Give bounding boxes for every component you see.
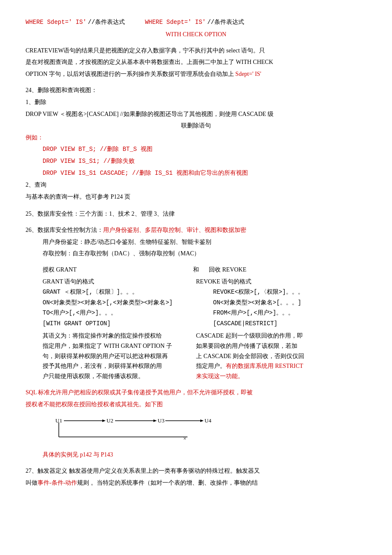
desc-row1: 其语义为：将指定操作对象的指定操作授权给 CASCADE 起到一个级联回收的作用… xyxy=(26,331,366,341)
node-u3: U3 xyxy=(158,417,164,424)
section-27: 27、触发器定义 触发器使用户定义在关系表里上的一类有事务驱动的特殊过程。触发器… xyxy=(26,466,366,488)
createview-line2: 是在对视图查询是，才按视图的定义从基本表中将数据查出。上面例二中加上了 WITH… xyxy=(26,57,366,67)
sec24-drop2: 联删除语句 xyxy=(26,121,366,131)
revoke-title: 回收 REVOKE xyxy=(209,265,366,275)
page-content: WHERE Sdept=' IS' //条件表达式 WHERE Sdept=' … xyxy=(26,17,366,488)
sec24-eg1: DROP VIEW BT_S; //删除 BT_S 视图 xyxy=(43,145,366,155)
where-line: WHERE Sdept=' IS' //条件表达式 WHERE Sdept=' … xyxy=(26,17,366,40)
revoke-desc5: 来实现这一功能。 xyxy=(196,371,366,382)
sec24-eg3: DROP VIEW IS_S1 CASCADE; //删除 IS_S1 视图和由… xyxy=(43,168,366,179)
grant-line3: TO<用户>[,<用户>]。。。 xyxy=(26,308,196,318)
comment2: //条件表达式 xyxy=(207,19,244,26)
sec27-text: 27、触发器定义 触发器使用户定义在关系表里上的一类有事务驱动的特殊过程。触发器… xyxy=(26,466,366,476)
sec26-title-line: 26、数据库安全性控制方法：用户身份鉴别、多层存取控制、审计、视图和数据加密 xyxy=(26,225,366,235)
concrete-ref: 具体的实例见 p142 与 P143 xyxy=(26,450,366,460)
format-labels-row: GRANT 语句的格式 REVOKE 语句的格式 xyxy=(26,277,366,287)
createview-line1: CREATEVIEW语句的结果只是把视图的定义存入数据字典，宁不执行其中的 se… xyxy=(26,46,366,56)
revoke-format-label: REVOKE 语句的格式 xyxy=(196,277,366,287)
revoke-line2: ON<对象类型><对象名>[。。。] xyxy=(196,298,366,308)
sec24-title: 24、删除视图和查询视图： xyxy=(26,85,366,95)
permission-diagram: U1 U2 U3 U4 × xyxy=(51,416,264,443)
with-check-option: WITH CHECK OPTION xyxy=(26,29,366,40)
createview-para: CREATEVIEW语句的结果只是把视图的定义存入数据字典，宁不执行其中的 se… xyxy=(26,46,366,79)
grant-desc2: 指定用户，如果指定了 WITH GRANT OPTION 子 xyxy=(26,341,196,351)
grant-revoke-line4: [WITH GRANT OPTION] [CASCADE|RESTRICT] xyxy=(26,318,366,329)
where-expr2: WHERE Sdept=' IS' xyxy=(145,19,206,26)
grant-desc1: 其语义为：将指定操作对象的指定操作授权给 xyxy=(26,331,196,341)
sec24-eg2: DROP VIEW IS_S1; //删除失败 xyxy=(43,156,366,167)
grant-revoke-line3: TO<用户>[,<用户>]。。。 FROM<用户>[,<用户>]。。。 xyxy=(26,308,366,318)
grant-desc4: 授予其他用户，若没有，则获得某种权限的用 xyxy=(26,361,196,371)
revoke-line1: REVOKE<权限>[,〈权限>]。。。 xyxy=(196,287,366,298)
grant-desc3: 句，则获得某种权限的用户还可以把这种权限再 xyxy=(26,351,196,361)
grant-revoke-section: 授权 GRANT 和 回收 REVOKE GRANT 语句的格式 REVOKE … xyxy=(26,265,366,382)
sql-p2: 授权者不能把权限在授回给授权者或其祖先。如下图 xyxy=(26,399,366,410)
where-expr1: WHERE Sdept=' IS' xyxy=(26,19,86,26)
sec26-p1: 用户身份鉴定：静态/动态口令鉴别、生物特征鉴别、智能卡鉴别 xyxy=(43,237,366,247)
revoke-line3: FROM<用户>[,<用户>]。。。 xyxy=(196,308,366,318)
node-u4: U4 xyxy=(205,417,211,424)
diagram-section: U1 U2 U3 U4 × xyxy=(51,416,366,447)
svg-marker-5 xyxy=(200,419,204,422)
where-line-text: WHERE Sdept=' IS' //条件表达式 WHERE Sdept=' … xyxy=(26,17,366,28)
svg-marker-1 xyxy=(102,419,106,422)
grant-line2: ON<对象类型><对象名>[,<对象类型><对象名>] xyxy=(26,298,196,308)
desc-row3: 句，则获得某种权限的用户还可以把这种权限再 上 CASCADE 则会全部回收，否… xyxy=(26,351,366,361)
revoke-line4: [CASCADE|RESTRICT] xyxy=(196,318,366,329)
comment1: //条件表达式 xyxy=(88,19,125,26)
sec24-drop: DROP VIEW ＜视图名>[CASCADE] //如果删除的视图还导出了其他… xyxy=(26,109,366,119)
createview-line3: OPTION 字句，以后对该视图进行的一系列操作关系数据可管理系统会自动加上 S… xyxy=(26,69,366,79)
section-25: 25、数据库安全性：三个方面：1、技术 2、管理 3、法律 xyxy=(26,209,366,219)
grant-format-label: GRANT 语句的格式 xyxy=(26,277,196,287)
revoke-desc4: 指定用户。有的数据库系统用 RESTRICT xyxy=(196,361,366,371)
revoke-desc3: 上 CASCADE 则会全部回收，否则仅仅回 xyxy=(196,351,366,361)
svg-marker-3 xyxy=(153,419,157,422)
sec25-text: 25、数据库安全性：三个方面：1、技术 2、管理 3、法律 xyxy=(26,209,366,219)
section-24: 24、删除视图和查询视图： 1、删除 DROP VIEW ＜视图名>[CASCA… xyxy=(26,85,366,202)
x-mark: × xyxy=(183,435,186,442)
grant-line4: [WITH GRANT OPTION] xyxy=(26,318,196,329)
he-text: 和 xyxy=(183,265,209,275)
sec27-line2: 叫做事件-条件-动作规则 。当特定的系统事件（如对一个表的增、删、改操作，事物的… xyxy=(26,478,366,488)
grant-desc5: 户只能使用该权限，不能传播该权限。 xyxy=(26,371,196,382)
grant-line1: GRANT ＜权限>[,〔权限〕]。。。 xyxy=(26,287,196,298)
sec24-sub1: 1、删除 xyxy=(26,97,366,107)
sql-standard-section: SQL 标准允许用户把相应的权限或其子集传递授予其他用户，但不允许循环授权，即被… xyxy=(26,387,366,410)
sec24-sub2: 2、查询 xyxy=(26,180,366,190)
sql-p1: SQL 标准允许用户把相应的权限或其子集传递授予其他用户，但不允许循环授权，即被 xyxy=(26,387,366,398)
sec24-query: 与基本表的查询一样。也可参考 P124 页 xyxy=(26,192,366,202)
desc-row4: 授予其他用户，若没有，则获得某种权限的用 指定用户。有的数据库系统用 RESTR… xyxy=(26,361,366,371)
node-u2: U2 xyxy=(107,417,113,424)
section-26: 26、数据库安全性控制方法：用户身份鉴别、多层存取控制、审计、视图和数据加密 用… xyxy=(26,225,366,259)
desc-row2: 指定用户，如果指定了 WITH GRANT OPTION 子 如果要回收的用户传… xyxy=(26,341,366,351)
grant-header-row: 授权 GRANT 和 回收 REVOKE xyxy=(26,265,366,275)
revoke-desc1: CASCADE 起到一个级联回收的作用，即 xyxy=(196,331,366,341)
desc-row5: 户只能使用该权限，不能传播该权限。 来实现这一功能。 xyxy=(26,371,366,382)
sec24-eg-label: 例如： xyxy=(26,133,366,143)
sec26-p2: 存取控制：自主存取控制（DAC）、强制存取控制（MAC） xyxy=(43,249,366,259)
grant-revoke-line1: GRANT ＜权限>[,〔权限〕]。。。 REVOKE<权限>[,〈权限>]。。… xyxy=(26,287,366,298)
concrete-text: 具体的实例见 p142 与 P143 xyxy=(43,450,366,460)
revoke-desc2: 如果要回收的用户传播了该权限，若加 xyxy=(196,341,366,351)
grant-revoke-line2: ON<对象类型><对象名>[,<对象类型><对象名>] ON<对象类型><对象名… xyxy=(26,298,366,308)
grant-title: 授权 GRANT xyxy=(26,265,183,275)
